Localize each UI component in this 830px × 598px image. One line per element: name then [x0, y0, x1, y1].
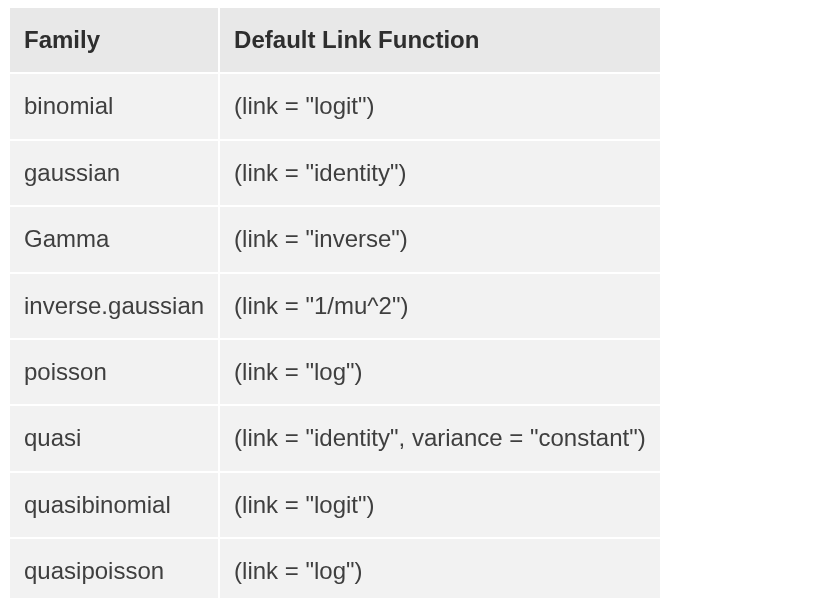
- cell-link: (link = "logit"): [219, 73, 661, 139]
- cell-link: (link = "identity", variance = "constant…: [219, 405, 661, 471]
- cell-link: (link = "inverse"): [219, 206, 661, 272]
- cell-family: quasipoisson: [10, 538, 219, 598]
- cell-family: quasi: [10, 405, 219, 471]
- cell-link: (link = "1/mu^2"): [219, 273, 661, 339]
- table-row: Gamma (link = "inverse"): [10, 206, 661, 272]
- table-row: quasibinomial (link = "logit"): [10, 472, 661, 538]
- cell-family: quasibinomial: [10, 472, 219, 538]
- cell-family: gaussian: [10, 140, 219, 206]
- table-row: quasi (link = "identity", variance = "co…: [10, 405, 661, 471]
- cell-link: (link = "log"): [219, 339, 661, 405]
- cell-link: (link = "identity"): [219, 140, 661, 206]
- cell-link: (link = "log"): [219, 538, 661, 598]
- table-row: quasipoisson (link = "log"): [10, 538, 661, 598]
- cell-family: Gamma: [10, 206, 219, 272]
- col-header-link: Default Link Function: [219, 8, 661, 73]
- table-row: binomial (link = "logit"): [10, 73, 661, 139]
- table-row: inverse.gaussian (link = "1/mu^2"): [10, 273, 661, 339]
- cell-family: inverse.gaussian: [10, 273, 219, 339]
- cell-family: binomial: [10, 73, 219, 139]
- table-row: gaussian (link = "identity"): [10, 140, 661, 206]
- cell-link: (link = "logit"): [219, 472, 661, 538]
- col-header-family: Family: [10, 8, 219, 73]
- glm-family-link-table: Family Default Link Function binomial (l…: [10, 8, 662, 598]
- cell-family: poisson: [10, 339, 219, 405]
- table-row: poisson (link = "log"): [10, 339, 661, 405]
